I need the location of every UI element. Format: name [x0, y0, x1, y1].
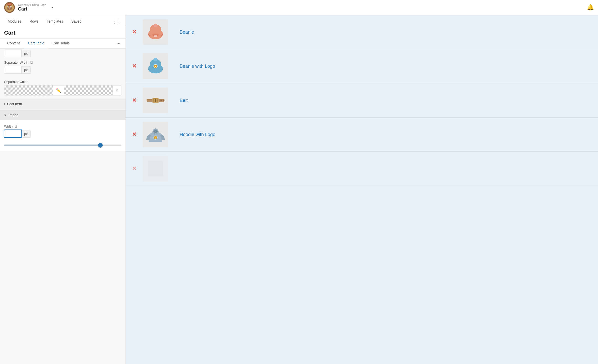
- sub-tab-cart-totals[interactable]: Cart Totals: [49, 39, 74, 48]
- eyedropper-icon[interactable]: ✏️: [53, 86, 64, 95]
- tab-templates[interactable]: Templates: [43, 17, 67, 26]
- width-input-group: 82 px: [4, 130, 121, 138]
- right-panel: ✕ Beanie: [126, 15, 598, 364]
- belt-name: Belt: [180, 98, 188, 103]
- main-layout: Modules Rows Templates Saved ⋮⋮ Cart Con…: [0, 15, 598, 364]
- beanie-logo-name: Beanie with Logo: [180, 64, 215, 69]
- separator-width-unit: px: [22, 66, 31, 74]
- editing-label: Currently Editing Page: [18, 3, 46, 6]
- top-unit-label: px: [22, 50, 31, 57]
- remove-beanie-button[interactable]: ✕: [132, 29, 137, 35]
- hoodie-image: ★: [143, 122, 168, 147]
- svg-point-36: [160, 100, 161, 101]
- cart-item-section-header[interactable]: › Cart Item: [0, 99, 126, 109]
- svg-rect-43: [148, 161, 163, 176]
- cart-list: ✕ Beanie: [126, 15, 598, 186]
- svg-text:★: ★: [155, 137, 156, 139]
- slider-fill: [4, 145, 100, 146]
- color-checker-left: [4, 85, 53, 95]
- top-px-row: px: [0, 49, 126, 57]
- width-input[interactable]: 82: [4, 130, 22, 138]
- top-bar: Currently Editing Page Cart ▾ 🔔: [0, 0, 598, 15]
- image-chevron-icon: ∨: [4, 113, 6, 117]
- separator-color-label: Separator Color: [4, 80, 121, 84]
- tab-rows[interactable]: Rows: [26, 17, 42, 26]
- monitor-icon: 🖥: [30, 60, 33, 64]
- remove-hoodie-button[interactable]: ✕: [132, 131, 137, 138]
- bell-icon[interactable]: 🔔: [587, 4, 594, 11]
- hoodie-name: Hoodie with Logo: [180, 132, 215, 137]
- nav-tabs: Modules Rows Templates Saved ⋮⋮: [0, 15, 126, 26]
- width-field-group: Width 🖥 82 px: [0, 120, 126, 141]
- top-bar-title: Currently Editing Page Cart: [18, 3, 46, 12]
- separator-width-input[interactable]: [4, 66, 22, 74]
- sub-tabs: Content Cart Table Cart Totals ···: [0, 39, 126, 49]
- width-monitor-icon: 🖥: [14, 124, 18, 128]
- separator-width-group: Separator Width 🖥 px: [0, 57, 126, 77]
- tab-saved[interactable]: Saved: [68, 17, 85, 26]
- cart-item-belt: ✕: [126, 83, 598, 118]
- color-clear-button[interactable]: ✕: [112, 86, 121, 95]
- cart-item-hoodie: ✕: [126, 118, 598, 152]
- width-label: Width 🖥: [4, 124, 121, 128]
- top-input-group: px: [4, 50, 31, 57]
- svg-text:★: ★: [155, 66, 156, 68]
- beanie-image: [143, 19, 168, 45]
- svg-point-27: [154, 58, 157, 61]
- beanie-logo-image: ★: [143, 53, 168, 79]
- image-section-header[interactable]: ∨ Image: [0, 110, 126, 120]
- svg-rect-8: [9, 8, 10, 9]
- image-section: ∨ Image Width 🖥 82 px: [0, 110, 126, 151]
- remove-belt-button[interactable]: ✕: [132, 97, 137, 104]
- svg-point-35: [163, 100, 164, 101]
- svg-point-34: [161, 100, 162, 101]
- belt-image: [143, 88, 168, 113]
- remove-partial-button[interactable]: ✕: [132, 165, 137, 172]
- cart-item-partial: ✕: [126, 152, 598, 186]
- svg-point-4: [8, 6, 9, 7]
- separator-color-group: Separator Color ✏️ ✕: [0, 77, 126, 99]
- slider-track: [4, 145, 121, 146]
- color-field[interactable]: ✏️ ✕: [4, 85, 121, 95]
- panel-header: Cart: [0, 26, 126, 39]
- cart-item-section: › Cart Item: [0, 99, 126, 109]
- slider-thumb[interactable]: [98, 143, 103, 148]
- color-checker-right: [64, 85, 112, 95]
- cart-item-chevron-icon: ›: [4, 102, 5, 106]
- svg-point-37: [153, 130, 158, 133]
- partial-image: [143, 156, 168, 181]
- svg-point-5: [11, 6, 11, 7]
- top-value-input[interactable]: [4, 50, 22, 57]
- slider-track-wrapper: [4, 143, 121, 148]
- width-unit-label: px: [22, 130, 31, 138]
- sub-tab-content[interactable]: Content: [3, 39, 24, 48]
- cart-item-section-title: Cart Item: [7, 102, 22, 106]
- tab-modules[interactable]: Modules: [4, 17, 25, 26]
- more-options-button[interactable]: ···: [114, 39, 122, 48]
- panel-content: px Separator Width 🖥 px Separator Color: [0, 49, 126, 364]
- drag-handle: ⋮⋮: [112, 19, 121, 24]
- image-section-title: Image: [8, 113, 18, 117]
- cart-item-beanie: ✕ Beanie: [126, 15, 598, 49]
- remove-beanie-logo-button[interactable]: ✕: [132, 63, 137, 70]
- chevron-down-icon[interactable]: ▾: [51, 5, 53, 9]
- svg-point-19: [154, 24, 157, 27]
- svg-rect-18: [154, 35, 157, 37]
- beanie-name: Beanie: [180, 30, 194, 35]
- top-bar-left: Currently Editing Page Cart ▾: [4, 2, 53, 13]
- page-name: Cart: [18, 6, 46, 12]
- width-slider-container: [0, 141, 126, 151]
- separator-width-label: Separator Width 🖥: [4, 60, 121, 64]
- cart-item-beanie-logo: ✕ ★ Beanie w: [126, 49, 598, 83]
- svg-rect-11: [8, 4, 11, 5]
- sub-tab-cart-table[interactable]: Cart Table: [24, 39, 49, 48]
- left-panel: Modules Rows Templates Saved ⋮⋮ Cart Con…: [0, 15, 126, 364]
- panel-title: Cart: [4, 30, 15, 36]
- app-logo: [4, 2, 15, 13]
- separator-width-input-group: px: [4, 66, 121, 74]
